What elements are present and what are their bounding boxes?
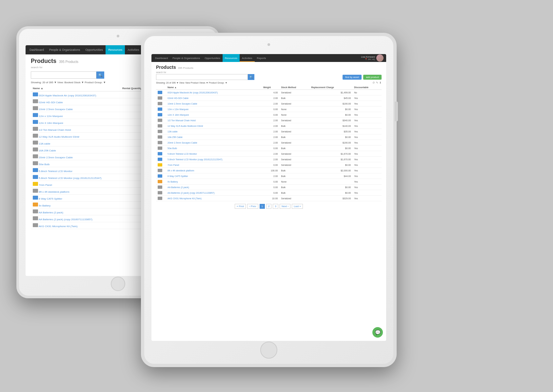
chat-bubble[interactable]: 💬 [372, 327, 383, 338]
product-name-sm[interactable]: 7mm Panel [168, 164, 179, 166]
nav-dashboard-1[interactable]: Dashboard [27, 45, 47, 54]
pagination-page-1[interactable]: 1 [260, 204, 265, 209]
nav-opportunities-1[interactable]: Opportunities [83, 45, 106, 54]
nav-activities-2[interactable]: Activities [240, 54, 255, 62]
pagination-page-2[interactable]: 2 [266, 204, 271, 209]
nav-reports-2[interactable]: Reports [255, 54, 268, 62]
nav-bar-2: Dashboard People & Organizations Opportu… [151, 54, 386, 62]
search-button-1[interactable]: 🔍 [96, 71, 104, 79]
nav-activities-1[interactable]: Activities [125, 45, 142, 54]
add-product-button-2[interactable]: add product [363, 75, 382, 80]
table-row[interactable]: 9v Battery 0.00 None Yes [156, 179, 382, 185]
product-name[interactable]: 10mtr 2.5mm Socapex Cable [39, 108, 73, 111]
table-row[interactable]: 5.8inch Teletest LCD Monitor 2.00 Serial… [156, 151, 382, 157]
pagination-page-3[interactable]: 3 [273, 204, 278, 209]
product-name-sm[interactable]: AA Batteries (2 pack) [168, 186, 189, 188]
product-name-sm[interactable]: 10mtr 2.5mm Socapex Cable [168, 103, 197, 105]
table-row[interactable]: 5.8inch Teletest LCD Monitor (copy 20161… [156, 157, 382, 162]
pagination-prev[interactable]: ‹ Prev [247, 204, 258, 209]
product-name-sm[interactable]: 12 Way XLR Audio Multicore 03mtr [168, 125, 203, 127]
col-charge-2[interactable]: Replacement Charge [309, 85, 352, 90]
product-name-sm[interactable]: 5.8inch Teletest LCD Monitor [168, 153, 197, 155]
product-name-sm[interactable]: 50w Bulb [168, 147, 177, 149]
product-name[interactable]: 50w Bulb [39, 163, 49, 166]
product-name[interactable]: AA Batteries (2 pack) [39, 211, 63, 214]
nav-resources-1[interactable]: Resources [106, 45, 125, 54]
product-name[interactable]: 8 Way CAT5 Splitter [39, 197, 62, 200]
product-icon-sm [158, 186, 162, 189]
product-name-sm[interactable]: 8ft x 4ft steeldeck platform [168, 169, 194, 172]
nav-dashboard-2[interactable]: Dashboard [153, 54, 170, 62]
product-name-sm[interactable]: 0024 Apple Macbook Air (copy 20161208163… [168, 91, 218, 94]
clock-icon-2[interactable]: ⏱ [372, 81, 375, 84]
pagination-next[interactable]: Next › [280, 204, 290, 209]
download-icon-2[interactable]: ⬇ [379, 81, 382, 84]
table-row[interactable]: 1/2 Ton Manual Chain Hoist 2.00 Serializ… [156, 118, 382, 123]
product-name-sm[interactable]: 16A 25ft Cable [168, 136, 183, 138]
table-row[interactable]: 7mm Panel 0.00 Serialized $0.00 Yes [156, 162, 382, 168]
product-name[interactable]: AA Batteries (2 pack) (copy 201607111338… [39, 218, 92, 221]
col-name-2[interactable]: Name ▲ [166, 85, 262, 90]
pagination-last[interactable]: Last » [292, 204, 303, 209]
product-name[interactable]: 9v Battery [39, 204, 50, 207]
product-name[interactable]: 8ft x 4ft steeldeck platform [39, 190, 69, 193]
search-input-1[interactable] [31, 71, 96, 79]
col-stock-2[interactable]: Stock Method [280, 85, 310, 90]
product-name[interactable]: 16A 25ft Cable [39, 149, 56, 152]
side-button-2[interactable] [395, 102, 398, 121]
table-row[interactable]: 13A cable 2.00 Serialized $35.00 Yes [156, 129, 382, 134]
table-row[interactable]: AKG CK91 Microphone Kit (Twin) 10.00 Ser… [156, 196, 382, 201]
table-row[interactable]: 12 Way XLR Audio Multicore 03mtr 2.00 Bu… [156, 123, 382, 129]
product-name-sm[interactable]: 9v Battery [168, 181, 178, 183]
product-name[interactable]: AKG CK91 Microphone Kit (Twin) [39, 225, 78, 228]
search-input-2[interactable] [156, 74, 248, 80]
table-row[interactable]: 12m X 18m Marquee 0.00 None $0.00 Yes [156, 112, 382, 118]
nav-resources-2[interactable]: Resources [223, 54, 240, 62]
product-name[interactable]: 12 Way XLR Audio Multicore 03mtr [39, 135, 79, 138]
table-row[interactable]: AA Batteries (2 pack) 0.00 Bulk $0.00 Ye… [156, 185, 382, 190]
product-name[interactable]: 20mtr 2.5mm Socapex Cable [39, 156, 73, 159]
table-row[interactable]: 8ft x 4ft steeldeck platform 100.00 Bulk… [156, 168, 382, 173]
product-name[interactable]: 5.8inch Teletest LCD Monitor [39, 170, 72, 173]
product-name[interactable]: 13A cable [39, 142, 50, 145]
table-row[interactable]: 12m x 12m Marquee 0.00 None $0.00 Yes [156, 107, 382, 112]
table-row[interactable]: 16A 25ft Cable 2.00 Bulk $0.00 Yes [156, 134, 382, 140]
col-discount-2[interactable]: Discountable [352, 85, 382, 90]
table-row[interactable]: AA Batteries (2 pack) (copy 201607111338… [156, 190, 382, 196]
table-row[interactable]: 50w Bulb 0.00 Bulk $0.00 Yes [156, 146, 382, 151]
product-name-sm[interactable]: 12m X 18m Marquee [168, 114, 189, 116]
col-name-1[interactable]: Name ▲ [31, 86, 120, 91]
product-name[interactable]: 0024 Apple Macbook Air (copy 20161208163… [39, 94, 96, 97]
product-name[interactable]: 02mtr HD-SDI Cable [39, 101, 63, 104]
table-row[interactable]: 0024 Apple Macbook Air (copy 20161208163… [156, 90, 382, 95]
find-by-asset-button-2[interactable]: find by asset [343, 75, 362, 80]
product-name-sm[interactable]: 1/2 Ton Manual Chain Hoist [168, 119, 196, 122]
product-name[interactable]: 7mm Panel [39, 184, 52, 186]
nav-opportunities-2[interactable]: Opportunities [202, 54, 223, 62]
stock-method: Bulk [280, 185, 310, 190]
table-row[interactable]: 8 Way CAT5 Splitter 2.00 Bulk $44.00 Yes [156, 173, 382, 179]
product-name[interactable]: 12m X 18m Marquee [39, 122, 63, 125]
product-name[interactable]: 12m x 12m Marquee [39, 115, 63, 118]
table-row[interactable]: 20mtr 2.5mm Socapex Cable 2.00 Serialize… [156, 140, 382, 146]
product-name-sm[interactable]: 12m x 12m Marquee [168, 108, 188, 110]
home-button-2[interactable] [260, 342, 277, 359]
product-name-sm[interactable]: AA Batteries (2 pack) (copy 201607111338… [168, 192, 215, 194]
product-name[interactable]: 5.8inch Teletest LCD Monitor (copy 20161… [39, 177, 102, 180]
table-row[interactable]: 02mtr HD-SDI Cable 2.00 Bulk $45.00 Yes [156, 95, 382, 101]
edit-icon-2[interactable]: ✎ [376, 81, 378, 84]
col-weight-2[interactable]: Weight [262, 85, 280, 90]
nav-people-1[interactable]: People & Organizations [47, 45, 83, 54]
product-name[interactable]: 1/2 Ton Manual Chain Hoist [39, 128, 71, 131]
search-button-2[interactable]: 🔍 [248, 74, 254, 80]
product-name-sm[interactable]: 8 Way CAT5 Splitter [168, 175, 188, 177]
product-name-sm[interactable]: 02mtr HD-SDI Cable [168, 97, 188, 99]
nav-people-2[interactable]: People & Organizations [170, 54, 202, 62]
product-name-sm[interactable]: 20mtr 2.5mm Socapex Cable [168, 142, 197, 144]
product-name-sm[interactable]: 5.8inch Teletest LCD Monitor (copy 20161… [168, 158, 223, 161]
product-name-sm[interactable]: 13A cable [168, 130, 178, 133]
home-button-1[interactable] [111, 277, 125, 291]
table-row[interactable]: 10mtr 2.5mm Socapex Cable 2.00 Serialize… [156, 101, 382, 107]
pagination-first[interactable]: « First [235, 204, 246, 209]
product-name-sm[interactable]: AKG CK91 Microphone Kit (Twin) [168, 197, 202, 200]
